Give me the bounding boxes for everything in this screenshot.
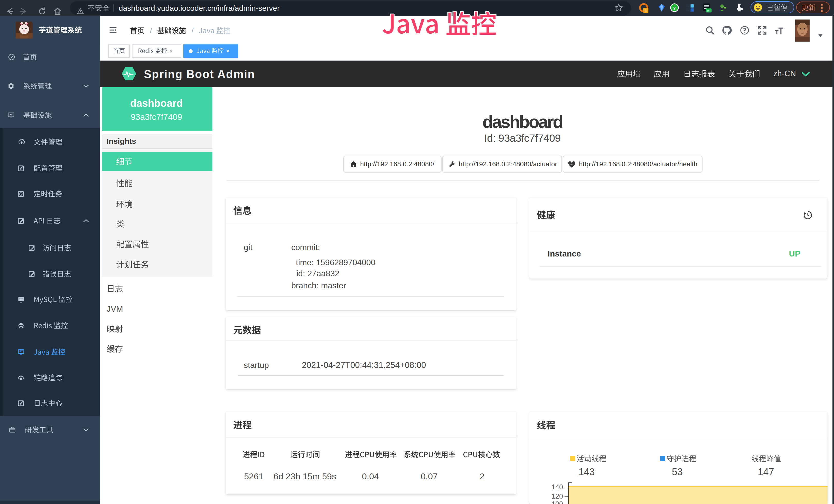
svg-text:1: 1 xyxy=(645,9,647,13)
svg-text:on: on xyxy=(707,9,710,12)
svg-text:y: y xyxy=(673,5,676,10)
